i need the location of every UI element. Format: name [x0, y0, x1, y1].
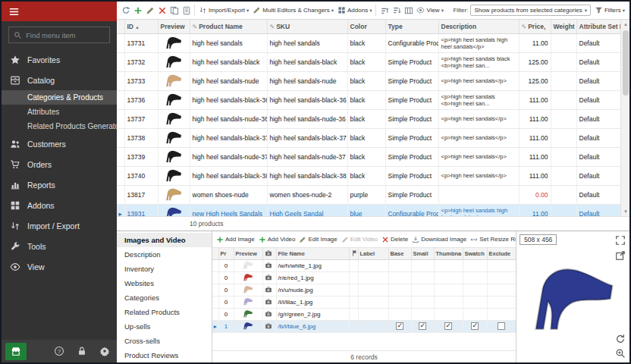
tab-inventory[interactable]: Inventory [117, 262, 212, 276]
product-row[interactable]: 13739high heel sandals-nude-37high heel … [117, 147, 620, 166]
column-header-weight[interactable]: Weight [551, 20, 576, 33]
fullscreen-button[interactable] [615, 235, 626, 246]
product-row[interactable]: ▸13931new High Heels SandalsHigh Geels S… [117, 204, 620, 217]
image-row[interactable]: 0/w/h/white_1.jpg [212, 259, 516, 271]
add-video-button[interactable]: Add Video [259, 236, 296, 243]
column-header-flag[interactable] [349, 248, 358, 259]
sidebar-item-view[interactable]: View [2, 256, 117, 277]
help-button[interactable]: ? [51, 343, 67, 359]
tab-cross-sells[interactable]: Cross-sells [117, 334, 212, 348]
sidebar-subitem-related-products-generator[interactable]: Related Products Generator [2, 119, 117, 133]
lock-button[interactable] [74, 343, 90, 359]
product-row[interactable]: 13740high heel sandals-black-38high heel… [117, 166, 620, 185]
image-row[interactable]: 0/n/u/nude.jpg [212, 284, 516, 296]
edit-product-button[interactable] [144, 4, 155, 17]
scrollbar-thumb[interactable] [623, 30, 629, 96]
tab-description[interactable]: Description [117, 247, 212, 262]
sidebar-item-addons[interactable]: Addons [2, 195, 117, 215]
column-header-type[interactable]: Type [385, 20, 438, 33]
column-header-small[interactable]: Small [411, 248, 434, 259]
column-header-attribute-set-name[interactable]: Attribute Set Name [576, 20, 620, 33]
tab-product-reviews[interactable]: Product Reviews [117, 348, 212, 362]
filters-dropdown[interactable]: Filters▾ [593, 5, 626, 16]
zoom-button[interactable] [615, 348, 626, 359]
column-header-base[interactable]: Base [388, 248, 411, 259]
sort-ascending-button[interactable] [378, 4, 390, 17]
hamburger-menu-icon[interactable] [8, 6, 20, 17]
column-header-product-name[interactable]: ✎Product Name [190, 20, 267, 33]
image-row[interactable]: ▸1/b/l/blue_6.jpg [212, 320, 516, 332]
sidebar-item-favorites[interactable]: Favorites [2, 49, 117, 70]
copy-button[interactable] [168, 4, 180, 17]
image-row[interactable]: 0/l/i/lilac_1.jpg [212, 296, 516, 308]
store-button[interactable] [5, 343, 27, 360]
column-header-preview[interactable]: Preview [234, 248, 262, 259]
edit-video-button[interactable]: Edit Video [341, 236, 378, 243]
column-header-preview[interactable]: Preview [158, 20, 190, 33]
import-export-dropdown[interactable]: Import/Export▾ [197, 5, 250, 16]
tab-categories[interactable]: Categories [117, 290, 212, 305]
sidebar-item-orders[interactable]: Orders [2, 154, 117, 174]
add-image-button[interactable]: Add Image [216, 236, 255, 243]
sidebar-item-catalog[interactable]: Catalog [2, 70, 117, 90]
category-filter-select[interactable]: Show products from selected categories ▾ [470, 5, 591, 16]
download-image-button[interactable]: Download Image [412, 236, 466, 243]
sidebar-item-reports[interactable]: Reports [2, 174, 117, 195]
image-row[interactable]: 0/r/e/red_1.jpg [212, 271, 516, 284]
scroll-down-arrow[interactable]: ▼ [621, 207, 629, 216]
column-header-sku[interactable]: ✎SKU [267, 20, 347, 33]
rotate-button[interactable] [615, 334, 626, 344]
product-row[interactable]: 13817women shoes-nudewomen shoes-nude-2p… [117, 185, 620, 204]
paste-button[interactable] [181, 4, 192, 17]
sort-descending-button[interactable] [391, 4, 402, 17]
product-row[interactable]: 13738high heel sandals-black-37high heel… [117, 128, 620, 147]
column-header-id[interactable]: ID▲ [124, 20, 158, 33]
column-settings-button[interactable] [403, 4, 414, 17]
add-product-button[interactable] [132, 4, 143, 17]
view-icon [416, 6, 425, 14]
delete-product-button[interactable] [156, 4, 168, 17]
settings-button[interactable] [96, 343, 113, 359]
sidebar-item-import-export[interactable]: Import / Export [2, 215, 117, 236]
sidebar-subitem-categories-products[interactable]: Categories & Products [2, 90, 117, 105]
thumbnail-checkbox[interactable] [444, 322, 452, 330]
tab-related-products[interactable]: Related Products [117, 305, 212, 319]
edit-image-button[interactable]: Edit Image [299, 236, 337, 243]
addons-dropdown[interactable]: Addons▾ [336, 5, 373, 16]
multi-editors-dropdown[interactable]: Multi Editors & Changers▾ [251, 5, 335, 16]
column-header-color[interactable]: Color [347, 20, 385, 33]
image-row[interactable]: 0/g/r/green_2.jpg [212, 308, 516, 320]
refresh-button[interactable] [120, 4, 131, 17]
scroll-up-arrow[interactable]: ▲ [621, 20, 629, 29]
vertical-scrollbar[interactable]: ▲ ▼ [620, 20, 629, 216]
exclude-checkbox[interactable] [498, 322, 505, 330]
sidebar-subitem-attributes[interactable]: Attributes [2, 105, 117, 119]
open-external-button[interactable] [615, 250, 626, 261]
product-row[interactable]: 13736high heel sandals-black-36high heel… [117, 90, 620, 109]
view-dropdown[interactable]: View▾ [415, 5, 444, 16]
base-checkbox[interactable] [396, 322, 403, 330]
small-checkbox[interactable] [419, 322, 426, 330]
set-resize-rule-button[interactable]: Set Resize Rule [470, 236, 516, 243]
product-row[interactable]: 13737high heel sandals-nude-36high heel … [117, 109, 620, 128]
column-header-label[interactable]: Label [358, 248, 388, 259]
tab-websites[interactable]: Websites [117, 276, 212, 290]
product-row[interactable]: 13733high heel sandals-nudehigh heel san… [117, 71, 620, 90]
column-header-pr[interactable]: Pr [218, 248, 234, 259]
menu-search-input[interactable] [26, 31, 105, 39]
column-header-camera[interactable] [262, 248, 276, 259]
column-header-file-name[interactable]: File Name [276, 248, 349, 259]
delete-button[interactable]: Delete [381, 236, 408, 243]
column-header-swatch[interactable]: Swatch [463, 248, 487, 259]
column-header-thumbna[interactable]: Thumbna [434, 248, 463, 259]
swatch-checkbox[interactable] [471, 322, 479, 330]
column-header-description[interactable]: Description [438, 20, 519, 33]
column-header-price[interactable]: ✎Price, [519, 20, 551, 33]
product-row[interactable]: 13731high heel sandalshigh heel sandalsb… [117, 33, 620, 52]
product-row[interactable]: 13732high heel sandals-blackhigh heel sa… [117, 52, 620, 71]
tab-up-sells[interactable]: Up-sells [117, 319, 212, 334]
column-header-exclude[interactable]: Exclude [487, 248, 516, 259]
sidebar-item-tools[interactable]: Tools [2, 236, 117, 256]
sidebar-item-customers[interactable]: Customers [2, 133, 117, 154]
tab-images-and-video[interactable]: Images and Video [117, 233, 212, 247]
